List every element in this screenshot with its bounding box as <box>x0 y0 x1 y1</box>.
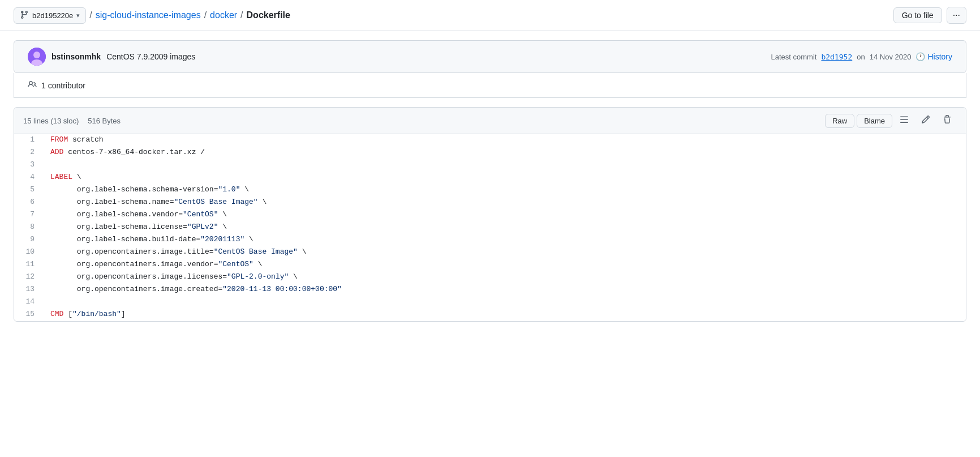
breadcrumb: b2d195220e ▾ / sig-cloud-instance-images… <box>14 7 290 24</box>
line-content: org.label-schema.build-date="20201113" \ <box>41 234 966 246</box>
line-number: 13 <box>14 284 41 296</box>
file-header: 15 lines (13 sloc) 516 Bytes Raw Blame <box>14 108 966 134</box>
file-size-label: 516 Bytes <box>88 117 121 125</box>
top-bar: b2d195220e ▾ / sig-cloud-instance-images… <box>0 0 980 31</box>
line-number: 5 <box>14 184 41 197</box>
line-number: 3 <box>14 159 41 172</box>
breadcrumb-separator2: / <box>204 10 207 20</box>
file-actions: Raw Blame <box>825 112 957 129</box>
line-content: org.label-schema.name="CentOS Base Image… <box>41 197 966 209</box>
top-bar-actions: Go to file ··· <box>893 7 966 24</box>
line-number: 15 <box>14 309 41 321</box>
line-content: org.opencontainers.image.licenses="GPL-2… <box>41 271 966 284</box>
table-row: 12 org.opencontainers.image.licenses="GP… <box>14 271 966 284</box>
avatar <box>28 48 46 66</box>
chevron-down-icon: ▾ <box>76 12 80 19</box>
contributors-icon <box>28 80 37 91</box>
breadcrumb-folder-link[interactable]: docker <box>210 10 237 20</box>
table-row: 2ADD centos-7-x86_64-docker.tar.xz / <box>14 147 966 159</box>
file-meta: 15 lines (13 sloc) 516 Bytes <box>23 117 121 125</box>
commit-prefix: Latest commit <box>771 53 817 61</box>
line-content: ADD centos-7-x86_64-docker.tar.xz / <box>41 147 966 159</box>
line-content <box>41 159 966 172</box>
commit-author: bstinsonmhk <box>51 52 101 61</box>
commit-bar: bstinsonmhk CentOS 7.9.2009 images Lates… <box>14 40 966 73</box>
history-label: History <box>927 52 952 61</box>
line-number: 1 <box>14 134 41 147</box>
more-options-button[interactable]: ··· <box>947 7 966 24</box>
line-number: 4 <box>14 172 41 184</box>
delete-button[interactable] <box>938 112 957 129</box>
line-content: org.label-schema.license="GPLv2" \ <box>41 221 966 234</box>
goto-file-button[interactable]: Go to file <box>893 7 942 23</box>
branch-label: b2d195220e <box>32 11 73 20</box>
contributors-bar: 1 contributor <box>14 73 966 98</box>
table-row: 7 org.label-schema.vendor="CentOS" \ <box>14 209 966 221</box>
line-content: CMD ["/bin/bash"] <box>41 309 966 321</box>
line-number: 9 <box>14 234 41 246</box>
line-number: 11 <box>14 259 41 271</box>
code-table: 1FROM scratch2ADD centos-7-x86_64-docker… <box>14 134 966 321</box>
line-number: 8 <box>14 221 41 234</box>
line-number: 7 <box>14 209 41 221</box>
commit-date-prefix: on <box>857 53 865 61</box>
table-row: 14 <box>14 296 966 309</box>
table-row: 15CMD ["/bin/bash"] <box>14 309 966 321</box>
file-lines-label: 15 lines (13 sloc) <box>23 117 79 125</box>
raw-button[interactable]: Raw <box>825 114 854 128</box>
edit-button[interactable] <box>916 112 935 129</box>
table-row: 6 org.label-schema.name="CentOS Base Ima… <box>14 197 966 209</box>
breadcrumb-repo-link[interactable]: sig-cloud-instance-images <box>96 10 201 20</box>
table-row: 8 org.label-schema.license="GPLv2" \ <box>14 221 966 234</box>
line-number: 14 <box>14 296 41 309</box>
line-content: FROM scratch <box>41 134 966 147</box>
blame-button[interactable]: Blame <box>857 114 892 128</box>
line-content: org.opencontainers.image.created="2020-1… <box>41 284 966 296</box>
history-link[interactable]: 🕐 History <box>915 52 952 61</box>
line-number: 12 <box>14 271 41 284</box>
table-row: 1FROM scratch <box>14 134 966 147</box>
table-row: 5 org.label-schema.schema-version="1.0" … <box>14 184 966 197</box>
table-row: 11 org.opencontainers.image.vendor="Cent… <box>14 259 966 271</box>
history-clock-icon: 🕐 <box>915 52 925 61</box>
table-row: 13 org.opencontainers.image.created="202… <box>14 284 966 296</box>
line-content <box>41 296 966 309</box>
table-row: 3 <box>14 159 966 172</box>
table-row: 9 org.label-schema.build-date="20201113"… <box>14 234 966 246</box>
line-content: LABEL \ <box>41 172 966 184</box>
line-content: org.label-schema.vendor="CentOS" \ <box>41 209 966 221</box>
commit-message: CentOS 7.9.2009 images <box>106 52 195 61</box>
display-mode-button[interactable] <box>895 112 914 129</box>
breadcrumb-separator1: / <box>89 10 92 20</box>
line-content: org.opencontainers.image.vendor="CentOS"… <box>41 259 966 271</box>
commit-right: Latest commit b2d1952 on 14 Nov 2020 🕐 H… <box>771 52 952 61</box>
contributors-count: 1 contributor <box>41 81 85 90</box>
table-row: 4LABEL \ <box>14 172 966 184</box>
line-number: 6 <box>14 197 41 209</box>
branch-selector[interactable]: b2d195220e ▾ <box>14 7 86 24</box>
breadcrumb-filename: Dockerfile <box>247 10 290 20</box>
branch-icon <box>20 10 29 21</box>
breadcrumb-separator3: / <box>240 10 243 20</box>
commit-left: bstinsonmhk CentOS 7.9.2009 images <box>28 48 195 66</box>
line-content: org.opencontainers.image.title="CentOS B… <box>41 246 966 259</box>
file-viewer: 15 lines (13 sloc) 516 Bytes Raw Blame <box>14 107 966 322</box>
commit-hash-link[interactable]: b2d1952 <box>821 53 852 61</box>
line-content: org.label-schema.schema-version="1.0" \ <box>41 184 966 197</box>
svg-point-1 <box>33 52 40 58</box>
commit-date: 14 Nov 2020 <box>870 53 912 61</box>
table-row: 10 org.opencontainers.image.title="CentO… <box>14 246 966 259</box>
line-number: 10 <box>14 246 41 259</box>
line-number: 2 <box>14 147 41 159</box>
